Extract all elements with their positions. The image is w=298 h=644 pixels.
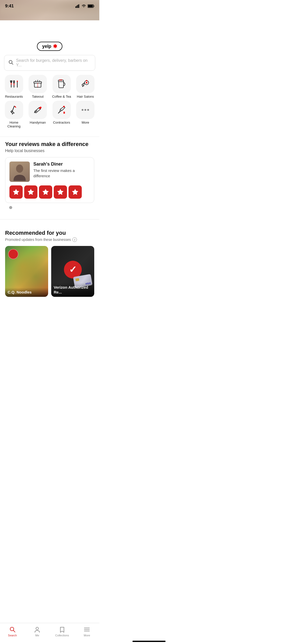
yelp-logo: yelp ✱ (37, 42, 62, 51)
search-placeholder: Search for burgers, delivery, barbers on… (16, 58, 91, 67)
noodles-label: C.Q. Noodles (5, 288, 48, 297)
battery-icon (88, 4, 94, 8)
hair-icon-wrap (76, 75, 94, 93)
svg-point-21 (86, 82, 87, 83)
business-thumbnail (9, 162, 30, 182)
category-coffee-tea[interactable]: Coffee & Tea (50, 75, 73, 99)
section-divider-1 (0, 137, 99, 137)
takeout-icon-wrap (29, 75, 47, 93)
svg-rect-25 (39, 106, 42, 109)
svg-rect-5 (94, 5, 94, 7)
category-restaurants[interactable]: Restaurants (3, 75, 25, 99)
more-icon-wrap (76, 101, 94, 119)
restaurants-icon-wrap (5, 75, 23, 93)
status-time: 9:41 (5, 4, 14, 9)
handyman-label: Handyman (30, 121, 46, 125)
review-card-description: The first review makes a difference (33, 168, 90, 179)
review-card: Sarah's Diner The first review makes a d… (5, 157, 94, 203)
hair-salons-label: Hair Salons (77, 95, 94, 99)
review-card-info: Sarah's Diner The first review makes a d… (33, 162, 90, 179)
star-3-button[interactable] (39, 185, 52, 199)
svg-line-29 (58, 111, 60, 113)
card-chip (75, 278, 79, 281)
restaurants-label: Restaurants (5, 95, 23, 99)
reviews-section: Your reviews make a difference Help loca… (0, 141, 99, 215)
recommended-section: Recommended for you Promoted updates fro… (0, 224, 99, 301)
handyman-icon-wrap (29, 101, 47, 119)
promo-card-verizon[interactable]: ✓ VISA Verizon Authorized Re... (51, 246, 94, 297)
category-takeout[interactable]: Takeout (26, 75, 49, 99)
svg-point-31 (82, 109, 84, 111)
promo-card-noodles[interactable]: C.Q. Noodles (5, 246, 48, 297)
search-icon (8, 60, 13, 66)
yelp-wordmark: yelp (42, 44, 51, 49)
reviews-section-subtitle: Help local businesses (5, 149, 94, 153)
wifi-icon (82, 4, 86, 8)
svg-rect-3 (78, 4, 79, 8)
business-name: Sarah's Diner (33, 162, 90, 167)
svg-rect-0 (75, 6, 76, 8)
reviews-section-title: Your reviews make a difference (5, 141, 94, 148)
svg-rect-2 (77, 5, 78, 8)
more-categories-label: More (82, 121, 89, 125)
carousel-dot (9, 206, 12, 209)
app-header: yelp ✱ (0, 41, 99, 53)
svg-point-33 (87, 109, 89, 111)
coffee-icon-wrap (52, 75, 71, 93)
signal-icon (75, 4, 80, 8)
category-more[interactable]: More (74, 101, 97, 128)
star-2-button[interactable] (24, 185, 37, 199)
info-icon[interactable]: i (72, 237, 77, 242)
search-bar[interactable]: Search for burgers, delivery, barbers on… (4, 55, 95, 71)
category-row-2: Home Cleaning Handyman (2, 101, 97, 128)
contractors-label: Contractors (53, 121, 70, 125)
takeout-label: Takeout (32, 95, 44, 99)
category-handyman[interactable]: Handyman (26, 101, 49, 128)
svg-rect-30 (63, 112, 65, 114)
yelp-burst-icon: ✱ (53, 43, 57, 49)
category-grid: Restaurants Takeout (0, 75, 99, 133)
category-contractors[interactable]: Contractors (50, 101, 73, 128)
status-icons (75, 4, 94, 8)
home-cleaning-label: Home Cleaning (3, 121, 25, 128)
category-row-1: Restaurants Takeout (2, 75, 97, 99)
noodles-logo (8, 249, 18, 259)
category-home-cleaning[interactable]: Home Cleaning (3, 101, 25, 128)
contractors-icon-wrap (52, 101, 71, 119)
recommended-subtitle: Promoted updates from these businesses i (5, 237, 94, 242)
verizon-label: Verizon Authorized Re... (51, 283, 94, 297)
section-divider-2 (0, 219, 99, 219)
svg-point-32 (85, 109, 86, 111)
cleaning-icon-wrap (5, 101, 23, 119)
status-bar: 9:41 (0, 0, 99, 11)
star-4-button[interactable] (54, 185, 67, 199)
recommended-title: Recommended for you (5, 230, 94, 236)
svg-rect-6 (88, 5, 93, 7)
review-card-content: Sarah's Diner The first review makes a d… (9, 162, 90, 182)
category-hair-salons[interactable]: Hair Salons (74, 75, 97, 99)
svg-point-34 (16, 165, 23, 173)
review-stars[interactable] (9, 185, 90, 199)
svg-point-27 (63, 106, 65, 107)
verizon-check-icon: ✓ (69, 264, 77, 275)
coffee-label: Coffee & Tea (52, 95, 71, 99)
star-1-button[interactable] (9, 185, 23, 199)
svg-rect-1 (76, 6, 77, 8)
star-5-button[interactable] (69, 185, 82, 199)
svg-point-22 (86, 80, 87, 81)
svg-line-28 (60, 109, 62, 111)
promo-cards-row: C.Q. Noodles ✓ VISA Verizon Authorized R… (5, 246, 94, 297)
